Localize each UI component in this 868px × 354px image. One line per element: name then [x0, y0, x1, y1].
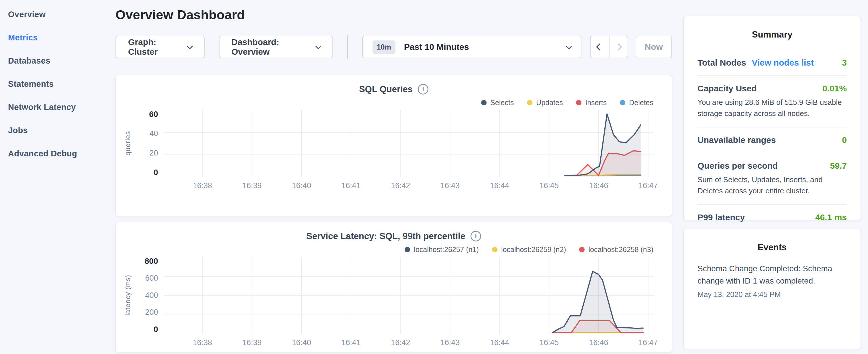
time-range-badge: 10m: [373, 40, 396, 54]
legend-dot-icon: [405, 247, 410, 252]
x-tick-label: 16:44: [490, 338, 509, 347]
x-tick-label: 16:43: [440, 181, 459, 190]
summary-title: Summary: [698, 30, 847, 40]
x-tick-label: 16:40: [292, 338, 311, 347]
y-tick-label: 20: [149, 149, 158, 158]
summary-label: Unavailable ranges: [698, 135, 776, 145]
dashboard-dropdown[interactable]: Dashboard: Overview: [219, 36, 333, 58]
sidebar-item-network-latency[interactable]: Network Latency: [8, 96, 108, 119]
legend-label: Updates: [536, 99, 563, 107]
time-pager: [590, 36, 628, 58]
x-tick-label: 16:47: [639, 181, 658, 190]
summary-description: You are using 28.6 MiB of 515.9 GiB usab…: [698, 97, 847, 119]
x-tick-label: 16:45: [539, 181, 559, 190]
legend-label: localhost:26258 (n3): [588, 246, 653, 254]
summary-label: Queries per second: [698, 161, 778, 171]
summary-row-p99-latency: P99 latency 46.1 ms: [698, 204, 847, 230]
x-tick-label: 16:42: [391, 181, 410, 190]
events-card: Events Schema Change Completed: Schema c…: [683, 229, 861, 349]
summary-value: 3: [842, 58, 847, 68]
main-content: Overview Dashboard Graph: Cluster Dashbo…: [108, 0, 672, 354]
view-nodes-list-link[interactable]: View nodes list: [752, 58, 813, 68]
sidebar: Overview Metrics Databases Statements Ne…: [0, 0, 108, 354]
chart-title: SQL Queries: [359, 84, 413, 95]
y-tick-label: 400: [145, 291, 158, 300]
x-tick-label: 16:44: [490, 181, 509, 190]
service-latency-plot[interactable]: 16:3816:3916:4016:4116:4216:4316:4416:45…: [164, 257, 664, 349]
x-tick-label: 16:45: [539, 338, 559, 347]
time-range-dropdown[interactable]: 10m Past 10 Minutes: [362, 36, 582, 58]
legend-dot-icon: [527, 100, 532, 105]
info-icon[interactable]: i: [470, 231, 481, 242]
sidebar-item-advanced-debug[interactable]: Advanced Debug: [8, 142, 108, 165]
legend-item[interactable]: Inserts: [576, 99, 607, 107]
x-tick-label: 16:40: [292, 181, 311, 190]
y-axis-unit-label: latency (ms): [124, 257, 136, 334]
chevron-right-icon: [615, 43, 622, 51]
y-axis-ticks: 6040200: [136, 110, 164, 177]
y-tick-label: 40: [149, 129, 158, 138]
summary-row-total-nodes: Total Nodes View nodes list 3: [698, 50, 847, 75]
chart-legend: SelectsUpdatesInsertsDeletes: [124, 99, 653, 107]
time-back-button[interactable]: [591, 36, 609, 58]
x-tick-label: 16:38: [192, 181, 212, 190]
sidebar-item-jobs[interactable]: Jobs: [8, 119, 108, 142]
sql-queries-chart-card: SQL Queries i SelectsUpdatesInsertsDelet…: [116, 75, 672, 216]
x-tick-label: 16:38: [192, 338, 212, 347]
legend-label: localhost:26257 (n1): [414, 246, 479, 254]
legend-label: Inserts: [585, 99, 607, 107]
legend-item[interactable]: localhost:26259 (n2): [492, 246, 566, 254]
y-tick-label: 0: [154, 325, 158, 334]
legend-item[interactable]: Updates: [527, 99, 563, 107]
legend-item[interactable]: localhost:26258 (n3): [579, 246, 653, 254]
y-tick-label: 600: [145, 274, 158, 283]
legend-label: Deletes: [629, 99, 653, 107]
sql-queries-plot[interactable]: 16:3816:3916:4016:4116:4216:4316:4416:45…: [164, 110, 664, 192]
summary-label: Capacity Used: [698, 84, 757, 93]
sidebar-item-databases[interactable]: Databases: [8, 49, 108, 72]
now-button[interactable]: Now: [636, 36, 672, 58]
legend-dot-icon: [579, 247, 585, 252]
summary-card: Summary Total Nodes View nodes list 3 Ca…: [683, 16, 861, 220]
graph-dropdown[interactable]: Graph: Cluster: [116, 36, 205, 58]
toolbar: Graph: Cluster Dashboard: Overview 10m P…: [116, 35, 672, 59]
x-tick-label: 16:43: [440, 338, 459, 347]
summary-label: P99 latency: [698, 213, 745, 222]
sidebar-item-overview[interactable]: Overview: [8, 3, 108, 26]
legend-item[interactable]: localhost:26257 (n1): [405, 246, 479, 254]
page-title: Overview Dashboard: [116, 7, 672, 22]
x-tick-label: 16:39: [242, 181, 261, 190]
toolbar-divider: [347, 35, 348, 59]
chart-legend: localhost:26257 (n1)localhost:26259 (n2)…: [124, 246, 653, 254]
event-text: Schema Change Completed: Schema change w…: [698, 262, 847, 287]
event-timestamp: May 13, 2020 at 4:45 PM: [698, 290, 847, 299]
x-tick-label: 16:47: [639, 338, 658, 347]
legend-item[interactable]: Selects: [481, 99, 514, 107]
y-tick-label: 800: [145, 257, 158, 266]
time-range-label: Past 10 Minutes: [404, 42, 558, 52]
summary-description: Sum of Selects, Updates, Inserts, and De…: [698, 174, 847, 196]
summary-value: 59.7: [830, 161, 847, 171]
info-icon[interactable]: i: [418, 84, 428, 95]
legend-dot-icon: [620, 100, 625, 105]
legend-item[interactable]: Deletes: [620, 99, 653, 107]
x-tick-label: 16:41: [341, 181, 361, 190]
sidebar-item-metrics[interactable]: Metrics: [8, 26, 108, 49]
summary-value: 46.1 ms: [815, 213, 847, 222]
chevron-down-icon: [187, 43, 193, 49]
events-title: Events: [698, 242, 847, 253]
sidebar-item-statements[interactable]: Statements: [8, 72, 108, 96]
summary-row-unavailable-ranges: Unavailable ranges 0: [698, 127, 847, 153]
x-tick-label: 16:46: [589, 181, 608, 190]
y-axis-ticks: 8006004002000: [136, 257, 164, 334]
chevron-down-icon: [566, 43, 572, 49]
legend-dot-icon: [481, 100, 487, 105]
event-list-item[interactable]: Schema Change Completed: Schema change w…: [698, 262, 847, 299]
summary-row-capacity-used: Capacity Used 0.01% You are using 28.6 M…: [698, 75, 847, 127]
x-tick-label: 16:41: [341, 338, 361, 347]
y-tick-label: 0: [154, 168, 158, 177]
dashboard-dropdown-label: Dashboard: Overview: [231, 37, 310, 57]
summary-label: Total Nodes: [698, 58, 746, 68]
summary-value: 0: [842, 135, 847, 145]
time-forward-button[interactable]: [609, 36, 627, 58]
